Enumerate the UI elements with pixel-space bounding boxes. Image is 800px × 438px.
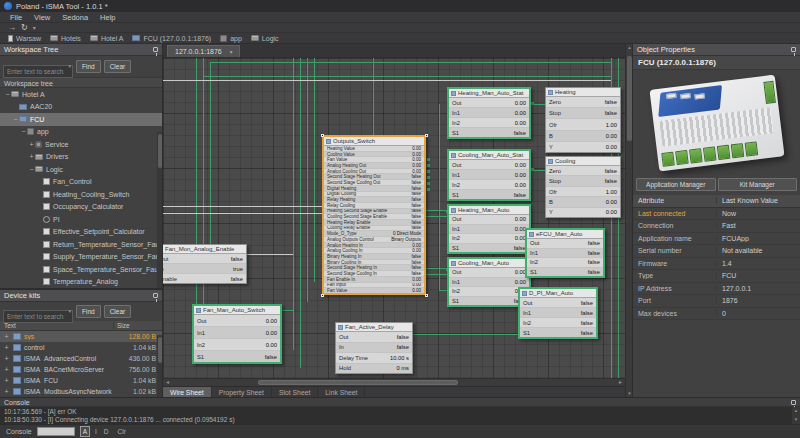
tree-item[interactable]: AAC20 xyxy=(0,101,162,114)
block-slot-row[interactable]: Y0.00 xyxy=(546,142,620,152)
block-slot-row[interactable]: Y0.00 xyxy=(546,208,620,217)
block-slot-row[interactable]: In1false xyxy=(520,308,596,318)
tree-item[interactable]: Fan_Control xyxy=(0,176,162,189)
attribute-row[interactable]: Last connectedNow xyxy=(633,208,800,221)
block-slot-row[interactable]: S1false xyxy=(449,244,529,253)
chevron-down-icon[interactable]: ▾ xyxy=(230,49,233,55)
tree-item[interactable]: Return_Temperature_Sensor_Fault xyxy=(0,238,162,251)
block-slot-row[interactable]: S1false xyxy=(520,328,596,337)
kit-row[interactable]: +sys128.00 B xyxy=(0,331,162,342)
chevron-down-icon[interactable]: ▾ xyxy=(68,63,71,69)
block-slot-row[interactable]: In20.00 xyxy=(449,118,529,128)
attribute-row[interactable]: Port1876 xyxy=(633,295,800,308)
block-slot-row[interactable]: Fan Value0.00 xyxy=(324,288,424,293)
tab-property-sheet[interactable]: Property Sheet xyxy=(212,387,272,397)
block-slot-row[interactable]: Ofr1.00 xyxy=(546,119,620,130)
block-slot-row[interactable]: Hold0 ms xyxy=(336,364,412,374)
workspace-clear-button[interactable]: Clear xyxy=(104,60,132,73)
block-slot-row[interactable]: Delay Time10.00 s xyxy=(336,353,412,364)
block-slot-row[interactable]: Out0.00 xyxy=(449,215,529,225)
tree-item[interactable]: −FCU xyxy=(0,113,162,126)
canvas-vertical-scrollbar[interactable]: ▲ ▼ xyxy=(625,44,632,397)
tree-item[interactable]: −Logic xyxy=(0,163,162,176)
block-slot-row[interactable]: Zerofalse xyxy=(546,166,620,176)
block-Cooling[interactable]: CoolingZerofalseStopfalseOfr1.00B0.00Y0.… xyxy=(545,156,621,218)
block-Heating_Man_Auto[interactable]: Heating_Man_AutoOut0.00In10.00In20.00S1f… xyxy=(447,204,531,254)
block-eFCU_Man_Auto[interactable]: eFCU_Man_AutoOutfalseIn1falseIn2falseS1f… xyxy=(525,228,605,278)
block-slot-row[interactable]: Enablefalse xyxy=(163,274,246,283)
block-header[interactable]: Heating_Man_Auto xyxy=(449,206,529,215)
scroll-down-icon[interactable]: ▼ xyxy=(626,391,633,396)
block-slot-row[interactable]: In2false xyxy=(520,318,596,328)
refresh-icon[interactable]: ↻ xyxy=(21,24,28,32)
pin-icon[interactable] xyxy=(791,47,796,52)
tree-item[interactable]: Temperature_Analog xyxy=(0,276,162,289)
block-header[interactable]: Heating_Man_Auto_Stat xyxy=(449,89,529,98)
block-slot-row[interactable]: Outfalse xyxy=(520,298,596,308)
column-last-known-value[interactable]: Last Known Value xyxy=(717,197,800,204)
refresh-dropdown-caret-icon[interactable]: ▾ xyxy=(33,24,36,31)
scrollbar-thumb[interactable] xyxy=(258,380,458,385)
block-slot-row[interactable]: S1false xyxy=(194,351,280,362)
attribute-row[interactable]: Application nameFCUApp xyxy=(633,233,800,246)
workspace-tree-scrollbar[interactable] xyxy=(157,132,162,288)
console-clear-button[interactable]: Clr xyxy=(116,427,128,436)
block-slot-row[interactable]: In10.00 xyxy=(449,278,529,288)
breadcrumb-item[interactable]: FCU (127.0.0.1:1876) xyxy=(132,35,211,42)
block-header[interactable]: Fan_Man_Auto_Switch xyxy=(194,306,280,315)
device-kits-search-input[interactable] xyxy=(3,310,73,323)
block-slot-row[interactable]: Out0.00 xyxy=(449,160,529,170)
kit-row[interactable]: +iSMA_FCU1.04 kB xyxy=(0,375,162,386)
block-header[interactable]: Heating xyxy=(546,88,620,97)
scroll-left-icon[interactable]: ◄ xyxy=(163,379,172,386)
block-slot-row[interactable]: Stopfalse xyxy=(546,108,620,119)
expander-icon[interactable]: − xyxy=(4,91,11,98)
block-header[interactable]: Outputs_Switch xyxy=(324,137,424,146)
menu-item-sedona[interactable]: Sedona xyxy=(62,13,88,22)
block-slot-row[interactable]: S1false xyxy=(527,268,603,277)
tab-link-sheet[interactable]: Link Sheet xyxy=(318,387,365,397)
kit-row[interactable]: +iSMA_AdvancedControl436.00 B xyxy=(0,353,162,364)
attribute-row[interactable]: Firmware1.4 xyxy=(633,258,800,271)
tab-slot-sheet[interactable]: Slot Sheet xyxy=(272,387,318,397)
tree-item[interactable]: Effective_Setpoint_Calculator xyxy=(0,226,162,239)
block-slot-row[interactable]: S1false xyxy=(449,128,529,137)
menu-item-help[interactable]: Help xyxy=(100,13,115,22)
column-size[interactable]: Size xyxy=(114,322,162,329)
tree-item[interactable]: PI xyxy=(0,213,162,226)
block-slot-row[interactable]: Out0.00 xyxy=(449,98,529,108)
block-header[interactable]: Fan_Active_Delay xyxy=(336,323,412,332)
column-attribute[interactable]: Attribute xyxy=(633,197,717,204)
block-slot-row[interactable]: Outfalse xyxy=(163,254,246,264)
tree-item[interactable]: +Service xyxy=(0,138,162,151)
tree-item[interactable]: +Drivers xyxy=(0,151,162,164)
tree-item[interactable]: Supply_Temperature_Sensor_Fault xyxy=(0,251,162,264)
scroll-right-icon[interactable]: ► xyxy=(616,379,625,386)
block-header[interactable]: eFCU_Man_Auto xyxy=(527,230,603,239)
column-text[interactable]: Text xyxy=(0,322,114,329)
workspace-find-button[interactable]: Find xyxy=(76,60,101,73)
menu-item-view[interactable]: View xyxy=(34,13,50,22)
document-tab[interactable]: 127.0.0.1:1876 ▾ xyxy=(167,45,240,57)
block-Fan_Mon_Analog_Enable[interactable]: Fan_Mon_Analog_EnableOutfalseIntrueEnabl… xyxy=(163,244,247,284)
block-slot-row[interactable]: Intrue xyxy=(163,264,246,274)
console-filter-d[interactable]: D xyxy=(102,427,111,436)
block-slot-row[interactable]: In20.00 xyxy=(449,180,529,190)
block-slot-row[interactable]: In1false xyxy=(527,249,603,259)
block-header[interactable]: Cooling xyxy=(546,157,620,166)
breadcrumb-item[interactable]: Logic xyxy=(251,35,279,42)
block-slot-row[interactable]: In10.00 xyxy=(449,108,529,118)
block-slot-row[interactable]: In10.00 xyxy=(194,327,280,339)
tree-item[interactable]: Heating_Cooling_Switch xyxy=(0,188,162,201)
workspace-search-input[interactable] xyxy=(3,65,73,78)
block-Fan_Active_Delay[interactable]: Fan_Active_DelayOutfalseInfalseDelay Tim… xyxy=(335,322,413,374)
block-header[interactable]: Fan_Mon_Analog_Enable xyxy=(163,245,246,254)
block-slot-row[interactable]: In20.00 xyxy=(449,234,529,244)
chevron-down-icon[interactable]: ▾ xyxy=(68,308,71,314)
block-slot-row[interactable]: Infalse xyxy=(336,343,412,354)
block-slot-row[interactable]: In10.00 xyxy=(449,170,529,180)
expander-icon[interactable]: − xyxy=(12,116,19,123)
block-slot-row[interactable]: S1false xyxy=(449,297,529,306)
attribute-row[interactable]: Max devices0 xyxy=(633,308,800,321)
block-Heating[interactable]: HeatingZerofalseStopfalseOfr1.00B0.00Y0.… xyxy=(545,87,621,153)
